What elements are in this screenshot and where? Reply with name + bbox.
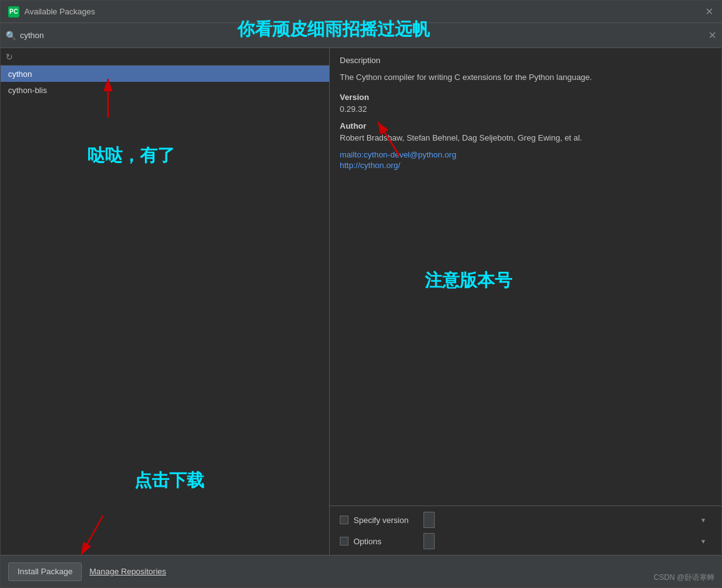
search-clear-icon[interactable]: ✕ [708, 29, 716, 41]
package-item-cython-blis[interactable]: cython-blis [1, 82, 329, 98]
dialog-window: PC Available Packages ✕ 🔍 ✕ ↻ cython cyt… [0, 0, 722, 588]
dropdown-arrow-icon: ▼ [700, 517, 706, 524]
package-item-cython[interactable]: cython [1, 66, 329, 82]
options-row: Options ▼ [340, 532, 711, 550]
search-input[interactable] [20, 31, 706, 40]
specify-version-checkbox[interactable] [340, 516, 349, 524]
options-dropdown-wrapper: ▼ [423, 533, 711, 549]
main-content: ↻ cython cython-blis Description The Cyt… [1, 48, 721, 555]
title-bar: PC Available Packages ✕ [1, 1, 721, 23]
options-dropdown-arrow-icon: ▼ [700, 538, 706, 545]
refresh-icon[interactable]: ↻ [6, 52, 13, 62]
manage-repositories-button[interactable]: Manage Repositories [87, 567, 169, 576]
left-panel: ↻ cython cython-blis [1, 48, 330, 555]
version-dropdown-wrapper: ▼ [423, 512, 711, 528]
search-bar: 🔍 ✕ [1, 23, 721, 48]
version-value: 0.29.32 [340, 104, 711, 114]
refresh-bar: ↻ [1, 48, 329, 66]
options-label: Options [354, 537, 416, 546]
right-panel: Description The Cython compiler for writ… [330, 48, 721, 555]
version-label: Version [340, 92, 711, 102]
author-label: Author [340, 121, 711, 131]
description-section: Description The Cython compiler for writ… [330, 48, 721, 506]
link-mailto[interactable]: mailto:cython-devel@python.org [340, 150, 711, 159]
version-dropdown[interactable] [423, 512, 435, 528]
window-title: Available Packages [24, 7, 95, 16]
description-title: Description [340, 56, 711, 65]
install-package-button[interactable]: Install Package [8, 562, 82, 581]
options-checkbox[interactable] [340, 537, 349, 546]
options-dropdown[interactable] [423, 533, 435, 549]
author-value: Robert Bradshaw, Stefan Behnel, Dag Selj… [340, 133, 711, 142]
bottom-options: Specify version ▼ Options [330, 506, 721, 555]
specify-version-row: Specify version ▼ [340, 511, 711, 529]
package-list: cython cython-blis [1, 66, 329, 555]
close-button[interactable]: ✕ [701, 4, 716, 19]
specify-version-label: Specify version [354, 516, 416, 525]
footer: Install Package Manage Repositories [1, 555, 721, 587]
search-icon: 🔍 [6, 31, 16, 41]
link-url[interactable]: http://cython.org/ [340, 161, 711, 170]
description-text: The Cython compiler for writing C extens… [340, 71, 711, 84]
app-icon: PC [8, 6, 19, 17]
